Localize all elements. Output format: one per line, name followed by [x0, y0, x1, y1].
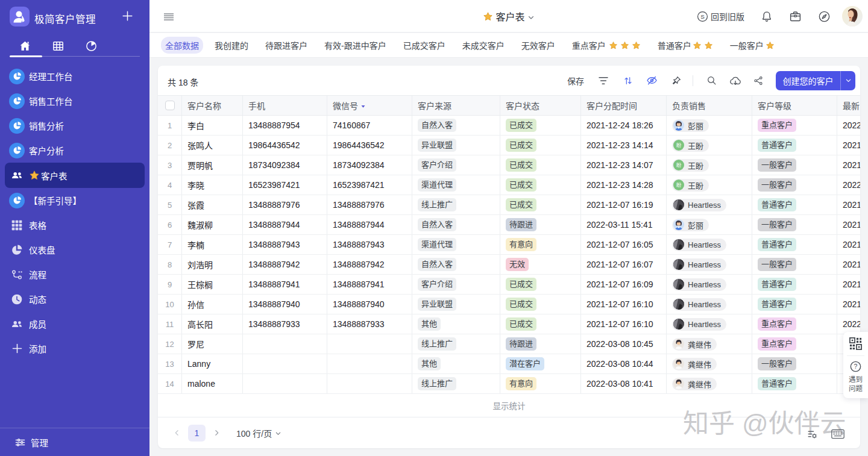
- svg-text:盼: 盼: [676, 161, 681, 168]
- svg-text:?: ?: [854, 363, 858, 370]
- svg-text:盼: 盼: [676, 181, 681, 188]
- svg-text:盼: 盼: [676, 141, 681, 148]
- svg-text:S: S: [700, 13, 705, 19]
